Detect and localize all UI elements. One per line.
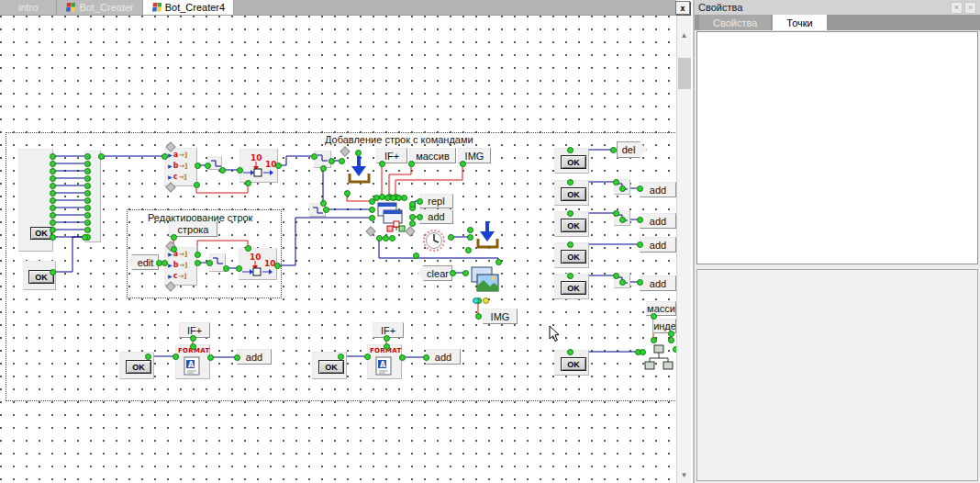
connection-point[interactable] [364,354,371,360]
connection-point[interactable] [207,354,214,361]
connection-point[interactable] [219,167,226,174]
connection-point[interactable] [237,167,243,174]
delay-node-2[interactable]: 1010 [239,248,277,280]
connection-point[interactable] [460,161,466,167]
tab-bot_creater4[interactable]: Bot_Creater4 [143,0,234,15]
connection-point[interactable] [82,234,88,241]
points-list-area[interactable] [696,31,978,264]
scroll-down-icon[interactable]: ▼ [677,468,691,481]
connection-point[interactable] [467,227,473,233]
connection-point[interactable] [668,331,674,337]
image-node[interactable] [465,262,502,300]
connection-point[interactable] [610,147,617,153]
ok-button-2[interactable]: OK [23,261,56,290]
connection-point[interactable] [619,217,626,223]
connection-point[interactable] [567,242,574,248]
delay-node-1[interactable]: 1010 [239,149,278,183]
connection-point[interactable] [383,235,389,242]
panel-tab-точки[interactable]: Точки [773,15,826,30]
connection-point[interactable] [311,153,317,160]
ok-button-6-face[interactable]: OK [561,187,586,201]
connection-point[interactable] [496,259,502,265]
string-concat-node-2[interactable]: ▶a→]▶b→]▶c→] [164,247,197,286]
canvas-vertical-scrollbar[interactable]: ▲ ▼ [676,16,691,483]
panel-close-icon[interactable]: × [951,2,963,14]
connection-point[interactable] [50,168,56,174]
ok-button-7-face[interactable]: OK [561,219,586,232]
connection-point[interactable] [50,234,56,241]
connection-point[interactable] [417,214,423,220]
connection-point[interactable] [408,161,415,167]
connection-point[interactable] [637,279,643,286]
connection-point[interactable] [323,207,329,213]
connection-point[interactable] [84,183,91,189]
connection-point[interactable] [384,335,390,342]
connection-point[interactable] [173,354,179,360]
connection-point[interactable] [339,158,345,164]
connection-point[interactable] [234,354,240,361]
connection-point[interactable] [195,260,201,266]
connection-point[interactable] [161,260,168,266]
connection-point[interactable] [84,219,91,226]
connection-point[interactable] [389,235,395,242]
connection-point[interactable] [145,354,151,360]
connection-point[interactable] [161,153,168,160]
connection-point[interactable] [84,227,91,233]
connection-point[interactable] [245,180,251,186]
connection-point[interactable] [355,150,362,156]
connection-point[interactable] [637,217,643,223]
connection-point[interactable] [369,207,375,213]
label-add-right-3[interactable]: add [640,237,676,253]
string-concat-node-1[interactable]: ▶a→]▶b→]▶c→] [164,148,197,186]
connection-point[interactable] [50,212,56,219]
connection-point[interactable] [84,197,91,204]
connection-point[interactable] [413,253,419,259]
connection-point[interactable] [651,337,657,343]
save-node-1[interactable] [341,150,376,193]
save-node-2[interactable] [470,215,505,254]
connection-point[interactable] [320,165,327,172]
connection-point[interactable] [171,234,177,241]
connection-point[interactable] [84,190,91,197]
connection-point[interactable] [619,185,626,192]
connection-point[interactable] [465,247,472,253]
connection-point[interactable] [84,175,91,182]
connection-point[interactable] [320,200,327,207]
connection-point[interactable] [384,343,390,350]
label-add-right-2[interactable]: add [640,213,676,229]
connection-point[interactable] [236,265,242,272]
panel-more-icon[interactable]: » [964,2,976,14]
connection-point[interactable] [205,163,211,169]
connection-point[interactable] [344,190,351,197]
tree-node[interactable] [640,340,677,377]
label-add-right-4[interactable]: add [640,275,676,291]
connection-point[interactable] [84,153,91,160]
connection-point[interactable] [409,201,416,208]
connection-point[interactable] [338,354,344,360]
connection-point[interactable] [567,273,574,279]
label-edit[interactable]: edit [127,254,159,270]
ok-button-4-face[interactable]: OK [318,360,344,374]
connection-point[interactable] [640,349,646,355]
connection-point[interactable] [376,235,383,242]
ok-button-10-face[interactable]: OK [561,357,586,371]
tab-intro[interactable]: intro [0,0,57,15]
connection-point[interactable] [245,245,251,252]
label-clear[interactable]: clear [418,265,452,281]
connection-point[interactable] [50,227,56,233]
tab-bot_creater[interactable]: Bot_Creater [57,0,142,15]
connection-point[interactable] [450,270,456,276]
connection-point[interactable] [50,190,56,197]
connection-point[interactable] [613,179,619,185]
label-massiv[interactable]: массив [409,148,456,163]
connection-point[interactable] [50,197,56,204]
format-node-2[interactable]: FORMATA [367,344,402,379]
label-add-bottom-1[interactable]: add [237,349,272,365]
ok-button-3-face[interactable]: OK [126,360,151,374]
connection-point[interactable] [190,335,196,342]
connection-point[interactable] [206,260,213,266]
connection-point[interactable] [448,234,454,241]
connection-point[interactable] [50,153,56,160]
label-add-right-1[interactable]: add [640,182,676,197]
connection-point[interactable] [399,354,406,361]
